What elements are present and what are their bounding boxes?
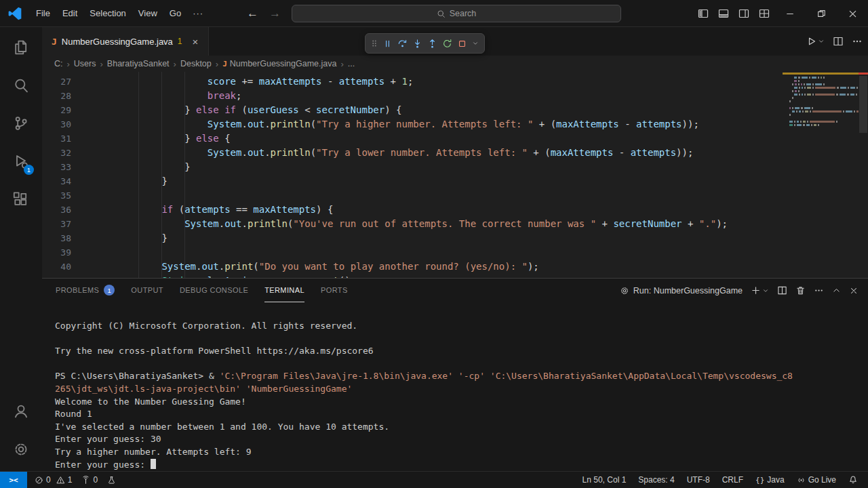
step-into-icon[interactable] [412,39,422,49]
maximize-panel-icon[interactable] [832,286,841,295]
code-line[interactable]: 33 } [42,160,780,174]
menu-overflow-button[interactable]: ··· [187,5,209,21]
vscode-logo-icon [0,6,30,21]
navigate-back-icon[interactable]: ← [247,7,258,20]
run-java-button[interactable] [806,36,825,47]
editor-more-actions-icon[interactable] [852,36,863,47]
menu-go[interactable]: Go [163,5,187,21]
ports-status[interactable]: 0 [78,475,101,485]
code-line[interactable]: 37 System.out.println("You've run out of… [42,217,780,231]
tab-ports[interactable]: PORTS [321,279,348,302]
code-editor[interactable]: 27 score += maxAttempts - attempts + 1;2… [42,72,868,278]
status-bar: >< 0 1 0 Ln 50, C [0,471,868,488]
encoding-status[interactable]: UTF-8 [684,475,713,485]
source-control-icon[interactable] [0,106,42,141]
stop-dropdown-icon[interactable] [472,40,479,47]
code-line[interactable]: 41 String playAgain = scanner.next(); [42,274,780,278]
code-line[interactable]: 32 System.out.println("Try a lower numbe… [42,146,780,160]
close-window-button[interactable] [837,0,868,27]
breadcrumb-desktop[interactable]: Desktop [180,59,212,68]
panel-more-actions-icon[interactable] [814,285,824,296]
go-live-button[interactable]: Go Live [793,475,840,485]
command-center-search[interactable]: Search [292,5,621,22]
editor-scrollbar[interactable] [859,72,868,278]
kill-terminal-icon[interactable] [795,285,806,296]
breadcrumb-user[interactable]: BharatiyaSanket [107,59,170,68]
tab-debug-console[interactable]: DEBUG CONSOLE [180,279,248,302]
tab-numberguessinggame[interactable]: J NumberGuessingGame.java 1 × [42,27,209,56]
stop-icon[interactable] [457,39,467,49]
minimap[interactable] [783,72,859,278]
split-terminal-icon[interactable] [777,285,787,296]
problems-status[interactable]: 0 1 [31,475,75,485]
settings-gear-icon[interactable] [0,432,42,467]
java-file-icon: J [222,60,227,68]
code-line[interactable]: 39 [42,245,780,260]
toggle-secondary-sidebar-icon[interactable] [734,0,754,27]
menu-selection[interactable]: Selection [83,5,132,21]
language-mode[interactable]: {} Java [752,475,788,485]
navigate-forward-icon[interactable]: → [269,7,281,20]
code-line[interactable]: 31 } else { [42,131,780,146]
terminal-output[interactable]: Copyright (C) Microsoft Corporation. All… [42,302,868,471]
debug-toolbar [365,33,485,54]
account-icon[interactable] [0,394,42,429]
close-panel-icon[interactable] [849,286,859,296]
code-line[interactable]: 35 [42,188,780,203]
breadcrumb-users[interactable]: Users [74,59,96,68]
remote-indicator[interactable]: >< [0,472,27,488]
code-line[interactable]: 30 System.out.println("Try a higher numb… [42,117,780,131]
split-editor-icon[interactable] [833,36,844,47]
scrollbar-thumb[interactable] [859,76,867,133]
terminal-profile-dropdown-icon[interactable] [762,287,769,294]
tab-problems[interactable]: PROBLEMS 1 [56,279,115,302]
radio-tower-icon [81,476,90,485]
indentation-status[interactable]: Spaces: 4 [635,475,677,485]
tab-label: NumberGuessingGame.java [62,37,173,47]
code-line[interactable]: 28 break; [42,89,780,103]
terminal-line: Enter your guess: 30 [55,433,868,446]
menu-file[interactable]: File [30,5,56,21]
terminal-line [55,358,868,371]
code-line[interactable]: 38 } [42,231,780,245]
toggle-sidebar-icon[interactable] [693,0,713,27]
menu-edit[interactable]: Edit [56,5,83,21]
step-out-icon[interactable] [427,39,437,49]
toolbar-grip-icon[interactable] [371,39,378,48]
code-line[interactable]: 40 System.out.print("Do you want to play… [42,260,780,274]
cursor-position[interactable]: Ln 50, Col 1 [579,475,630,485]
code-line[interactable]: 29 } else if (userGuess < secretNumber) … [42,103,780,117]
terminal-instance-label[interactable]: Run: NumberGuessingGame [620,286,743,296]
notifications-bell-icon[interactable] [845,475,861,485]
beaker-icon[interactable] [104,476,119,485]
code-line[interactable]: 27 score += maxAttempts - attempts + 1; [42,75,780,89]
code-line[interactable]: 36 if (attempts == maxAttempts) { [42,203,780,217]
minimap-lines [785,77,859,127]
java-file-icon: J [52,37,57,47]
step-over-icon[interactable] [397,39,408,49]
pause-icon[interactable] [382,39,393,49]
breadcrumb-symbol[interactable]: ... [348,59,355,68]
search-sidebar-icon[interactable] [0,68,42,103]
chevron-right-icon: › [66,59,71,69]
breadcrumb-drive[interactable]: C: [54,59,63,68]
code-line[interactable]: 34 } [42,174,780,188]
search-icon [437,9,446,18]
tab-terminal[interactable]: TERMINAL [264,279,304,302]
extensions-icon[interactable] [0,182,42,217]
restore-button[interactable] [806,0,837,27]
new-terminal-button[interactable] [751,285,769,296]
terminal-line: Try a higher number. Attempts left: 9 [55,446,868,459]
explorer-icon[interactable] [0,30,42,65]
minimize-button[interactable] [774,0,806,27]
tab-output[interactable]: OUTPUT [131,279,163,302]
customize-layout-icon[interactable] [754,0,774,27]
breadcrumb-file[interactable]: NumberGuessingGame.java [230,59,337,68]
eol-status[interactable]: CRLF [719,475,747,485]
toggle-panel-icon[interactable] [713,0,734,27]
tab-close-icon[interactable]: × [193,37,199,47]
terminal-line: Try the new cross-platform PowerShell ht… [55,345,868,358]
restart-icon[interactable] [442,39,452,49]
menu-view[interactable]: View [132,5,163,21]
run-debug-icon[interactable]: 1 [0,144,42,179]
